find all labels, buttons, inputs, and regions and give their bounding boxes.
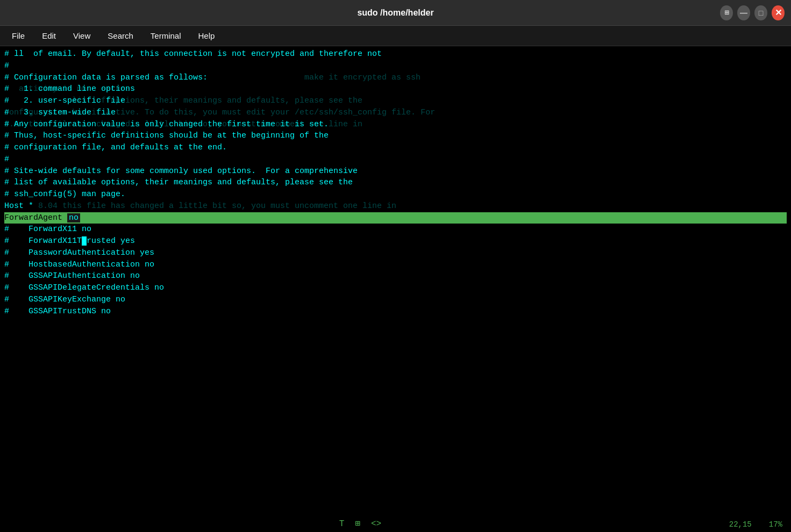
line-hostbasedauth: # HostbasedAuthentication no [4,259,787,271]
line-gssapidelegate: # GSSAPIDelegateCredentials no [4,282,787,294]
line-12: # list of available options, their meani… [4,177,787,189]
minimize-icon: — [740,9,747,17]
status-icons: T ⊞ <> [339,518,381,530]
line-gssapikex: # GSSAPIKeyExchange no [4,294,787,306]
cursor-position: 22,15 [729,519,752,530]
line-1: # ll of email. By default, this connecti… [4,48,787,60]
menu-view[interactable]: View [66,29,98,42]
title-bar: sudo /home/helder ⊞ — □ ✕ [0,0,791,26]
line-host: Host * [4,200,787,212]
image-icon[interactable]: ⊞ [355,518,360,530]
menu-terminal[interactable]: Terminal [143,29,189,42]
text-icon[interactable]: T [339,518,345,530]
cursor [82,236,87,246]
forward-agent-value: no [67,213,80,222]
line-5: # 2. user-specific file [4,95,787,107]
terminal-content: # ll of email. By default, this connecti… [0,46,791,532]
host-line-block: 8.04 this file has changed a little bit … [4,200,787,212]
terminal-icon-button[interactable]: ⊞ [720,5,733,20]
line-11: # Site-wide defaults for some commonly u… [4,166,787,177]
menu-help[interactable]: Help [191,29,223,42]
line-pwauth: # PasswordAuthentication yes [4,247,787,259]
menu-search[interactable]: Search [100,29,141,42]
line-4: # 1. command line options [4,83,787,95]
close-icon: ✕ [775,8,782,18]
line-9: # configuration file, and defaults at th… [4,142,787,154]
line-2: # [4,60,787,72]
maximize-icon: □ [759,9,763,17]
line-fx11: # ForwardX11 no [4,224,787,235]
minimize-button[interactable]: — [737,5,750,20]
window-title: sudo /home/helder [71,8,720,18]
line-7: # Any configuration value is only change… [4,119,787,131]
line-6: # 3. system-wide file [4,107,787,119]
terminal-icon: ⊞ [724,9,729,16]
line-3: # Configuration data is parsed as follow… [4,72,787,84]
line-10: # [4,154,787,166]
line-fx11trusted: # ForwardX11Trusted yes [4,235,787,247]
menu-edit[interactable]: Edit [34,29,63,42]
menu-file[interactable]: File [4,29,32,42]
line-13: # ssh_config(5) man page. [4,189,787,200]
comment-block: make it encrypted as ssh activity is mor… [4,72,787,200]
line-gssapitrustdns: # GSSAPITrustDNS no [4,306,787,318]
close-button[interactable]: ✕ [772,5,785,20]
scroll-percent: 17% [769,519,782,530]
window-controls: ⊞ — □ ✕ [720,5,785,20]
status-bar: T ⊞ <> 22,15 17% [0,517,791,532]
line-8: # Thus, host-specific definitions should… [4,130,787,142]
line-gssapiauth: # GSSAPIAuthentication no [4,270,787,282]
maximize-button[interactable]: □ [754,5,767,20]
code-icon[interactable]: <> [371,518,381,530]
menu-bar: File Edit View Search Terminal Help [0,26,791,46]
line-forwardagent: ForwardAgent no [4,212,787,224]
